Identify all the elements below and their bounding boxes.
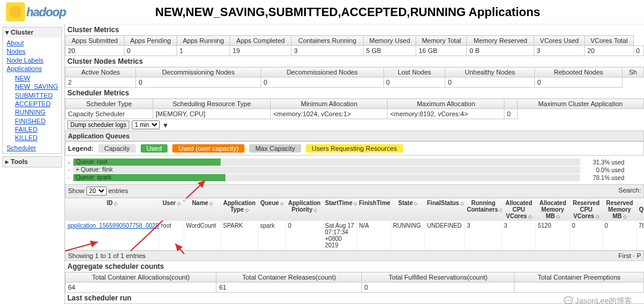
cell: 3: [291, 46, 363, 56]
cell: 0: [633, 46, 643, 56]
apps-col-header[interactable]: Allocated CPU VCores◇: [502, 198, 536, 221]
apps-cell: 3: [502, 221, 536, 250]
apps-cell: 78.1: [637, 221, 645, 250]
sidebar-node-labels[interactable]: Node Labels: [7, 56, 58, 64]
entries-label: entries: [109, 187, 128, 194]
cell: [MEMORY, CPU]: [153, 109, 270, 119]
apps-col-header[interactable]: Application Priority◇: [286, 198, 323, 221]
apps-col-header[interactable]: Reserved CPU VCores◇: [570, 198, 603, 221]
col-header: Memory Reserved: [467, 36, 534, 46]
cell: 20: [584, 46, 633, 56]
sidebar-new[interactable]: NEW: [15, 74, 54, 82]
col-header: Apps Running: [177, 36, 230, 46]
queue-pct: 31.3% used: [583, 159, 624, 166]
col-header: Total Container Allocations(count): [66, 272, 216, 283]
apps-cell: spark: [258, 221, 286, 250]
apps-col-header[interactable]: % of Queue◇: [637, 198, 645, 221]
legend: Legend: Capacity Used Used (over capacit…: [65, 141, 644, 156]
col-header: Unhealthy Nodes: [445, 67, 535, 77]
toggle-icon[interactable]: ·: [67, 167, 71, 173]
col-header: Apps Pending: [124, 36, 177, 46]
col-header: Decommissioned Nodes: [261, 67, 383, 77]
col-header: VCores Used: [534, 36, 585, 46]
dump-scheduler-logs-button[interactable]: Dump scheduler logs: [67, 120, 129, 129]
apps-cell: RUNNING: [391, 221, 425, 250]
queue-row[interactable]: · Queue: spark 78.1% used: [67, 174, 642, 181]
apps-col-header[interactable]: Running Containers◇: [465, 198, 502, 221]
apps-cell: 0: [570, 221, 603, 250]
sidebar-scheduler[interactable]: Scheduler: [7, 144, 58, 152]
entries-per-page-select[interactable]: 20: [86, 187, 107, 196]
sidebar-applications[interactable]: Applications: [7, 64, 58, 73]
last-run-title: Last scheduler run: [65, 293, 644, 303]
col-header: Maximum Cluster Application: [517, 99, 643, 109]
apps-cell: Sat Aug 17 07:17:34 +0800 2019: [323, 221, 357, 250]
sidebar-killed[interactable]: KILLED: [15, 134, 54, 142]
cell: 0: [383, 77, 445, 88]
page-title: NEW,NEW_SAVING,SUBMITTED,ACCEPTED,RUNNIN…: [155, 5, 540, 19]
apps-cell: 0: [286, 221, 323, 250]
queue-row[interactable]: - Queue: root 31.3% used: [67, 159, 642, 166]
pagination[interactable]: First · P: [618, 252, 641, 259]
apps-cell: 0: [603, 221, 637, 250]
col-header: Memory Total: [416, 36, 467, 46]
cell: 1: [177, 46, 230, 56]
sidebar-accepted[interactable]: ACCEPTED: [15, 100, 54, 108]
queue-bar: + Queue: flink: [73, 166, 580, 173]
apps-col-header[interactable]: FinishTime◇: [357, 198, 391, 221]
apps-col-header[interactable]: User◇: [159, 198, 184, 221]
scheduler-metrics-title: Scheduler Metrics: [65, 88, 644, 98]
apps-col-header[interactable]: Allocated Memory MB◇: [536, 198, 570, 221]
dump-interval-select[interactable]: 1 min: [132, 120, 160, 129]
col-header: Decommissioning Nodes: [136, 67, 261, 77]
apps-col-header[interactable]: ID◇: [66, 198, 159, 221]
col-header: Maximum Allocation: [388, 99, 504, 109]
toggle-icon[interactable]: -: [67, 159, 71, 166]
cell: Capacity Scheduler: [66, 109, 153, 119]
cell: 0: [124, 46, 177, 56]
cell: 64: [66, 283, 216, 293]
col-header: Containers Running: [291, 36, 363, 46]
col-header: Total Container Releases(count): [216, 272, 362, 283]
sidebar-cluster-title: ▾ Cluster: [3, 27, 61, 38]
apps-cell: UNDEFINED: [425, 221, 465, 250]
sidebar-about[interactable]: About: [7, 39, 58, 47]
cell: 19: [230, 46, 292, 56]
sidebar-finished[interactable]: FINISHED: [15, 117, 54, 125]
aggregate-table: Total Container Allocations(count)Total …: [65, 272, 644, 293]
application-queues-title: Application Queues: [65, 131, 644, 141]
apps-col-header[interactable]: Reserved Memory MB◇: [603, 198, 637, 221]
cell: 3: [534, 46, 585, 56]
queue-row[interactable]: · + Queue: flink 0.0% used: [67, 166, 642, 173]
cell: 61: [216, 283, 362, 293]
hadoop-icon: [6, 2, 25, 21]
apps-col-header[interactable]: Application Type◇: [221, 198, 258, 221]
col-header: VCores Total: [584, 36, 633, 46]
apps-col-header[interactable]: State◇: [391, 198, 425, 221]
col-header: Memory Used: [363, 36, 416, 46]
showing-footer: Showing 1 to 1 of 1 entries First · P: [65, 250, 644, 261]
sidebar-submitted[interactable]: SUBMITTED: [15, 91, 54, 100]
apps-col-header[interactable]: Queue◇: [258, 198, 286, 221]
apps-cell: root: [159, 221, 184, 250]
sidebar: ▾ Cluster About Nodes Node Labels Applic…: [0, 24, 65, 304]
sidebar-tools-title[interactable]: ▸ Tools: [3, 157, 61, 167]
sidebar-running[interactable]: RUNNING: [15, 108, 54, 116]
toggle-icon[interactable]: ·: [67, 175, 71, 181]
legend-max: Max Capacity: [249, 144, 301, 153]
sidebar-failed[interactable]: FAILED: [15, 125, 54, 134]
application-link[interactable]: application_1565990507758_0020: [67, 222, 159, 229]
cell: 0: [136, 77, 261, 88]
col-header: Apps Submitted: [66, 36, 125, 46]
apps-col-header[interactable]: StartTime◇: [323, 198, 357, 221]
logo: hadoop: [6, 2, 66, 21]
cell: 0: [261, 77, 383, 88]
cluster-metrics-table: Apps SubmittedApps PendingApps RunningAp…: [65, 35, 644, 56]
sidebar-new-saving[interactable]: NEW_SAVING: [15, 82, 54, 91]
apps-col-header[interactable]: Name◇: [184, 198, 221, 221]
node-metrics-title: Cluster Nodes Metrics: [65, 56, 644, 67]
col-header: Scheduling Resource Type: [153, 99, 270, 109]
queue-label: + Queue: flink: [76, 166, 113, 173]
apps-col-header[interactable]: FinalStatus◇: [425, 198, 465, 221]
sidebar-nodes[interactable]: Nodes: [7, 47, 58, 55]
